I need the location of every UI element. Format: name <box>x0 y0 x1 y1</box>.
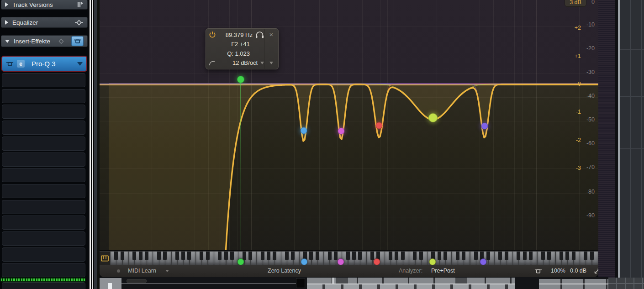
piano-key-black[interactable] <box>560 252 563 260</box>
piano-key-black[interactable] <box>163 252 167 260</box>
piano-key-black[interactable] <box>285 252 289 260</box>
zoom-level[interactable]: 100% <box>551 268 565 274</box>
insert-slot-empty[interactable] <box>2 215 85 230</box>
insert-slot-empty[interactable] <box>2 73 85 87</box>
piano-key-black[interactable] <box>200 252 203 260</box>
eq-node-icon[interactable] <box>74 20 84 26</box>
band-note-value[interactable]: F2 +41 <box>209 41 264 47</box>
piano-key-black[interactable] <box>261 252 264 260</box>
band-frequency-value[interactable]: 89.379 Hz <box>216 32 253 38</box>
insert-slot-empty[interactable] <box>2 263 85 277</box>
resize-icon[interactable] <box>594 268 598 274</box>
piano-key-black[interactable] <box>243 252 246 260</box>
piano-key-black[interactable] <box>456 252 459 260</box>
piano-key-black[interactable] <box>541 252 545 260</box>
piano-key-black[interactable] <box>230 252 234 260</box>
band-key-marker[interactable] <box>429 258 436 265</box>
piano-key-black[interactable] <box>523 252 527 260</box>
eq-band-node[interactable] <box>301 127 307 134</box>
piano-key-black[interactable] <box>352 252 356 260</box>
band-key-marker[interactable] <box>374 258 380 265</box>
eq-band-node[interactable] <box>376 122 383 129</box>
insert-slot-proq3[interactable]: e Pro-Q 3 <box>1 56 87 72</box>
power-icon[interactable] <box>209 31 216 38</box>
piano-key-black[interactable] <box>139 252 143 260</box>
eq-band-node[interactable] <box>338 128 345 135</box>
insert-slot-empty[interactable] <box>2 168 85 182</box>
piano-key-black[interactable] <box>413 252 417 260</box>
band-q-value[interactable]: Q: 1.023 <box>209 50 264 57</box>
display-range-button[interactable]: 3 dB <box>565 0 586 7</box>
band-key-marker[interactable] <box>338 258 344 265</box>
piano-key-black[interactable] <box>590 252 594 260</box>
piano-key-black[interactable] <box>443 252 447 260</box>
piano-key-black[interactable] <box>584 252 587 260</box>
piano-key-black[interactable] <box>572 252 575 260</box>
piano-key-black[interactable] <box>547 252 551 260</box>
insert-slot-empty[interactable] <box>2 282 85 289</box>
analyzer-mode-button[interactable]: Pre+Post <box>431 268 455 274</box>
sidebar-item-insert-effekte[interactable]: Insert-Effekte <box>1 35 88 47</box>
eq-band-node[interactable] <box>237 76 244 83</box>
close-icon[interactable]: × <box>269 32 274 37</box>
headphones-icon[interactable] <box>255 32 264 38</box>
piano-key-black[interactable] <box>498 252 502 260</box>
piano-key-black[interactable] <box>248 252 252 260</box>
output-gain[interactable]: 0.0 dB <box>570 268 586 274</box>
insert-slot-empty[interactable] <box>2 105 85 119</box>
insert-slot-empty[interactable] <box>2 152 85 167</box>
band-key-marker[interactable] <box>301 258 308 265</box>
piano-key-black[interactable] <box>419 252 423 260</box>
piano-key-black[interactable] <box>273 252 276 260</box>
piano-key-black[interactable] <box>462 252 465 260</box>
insert-slot-empty[interactable] <box>2 89 85 103</box>
chevron-down-icon[interactable] <box>77 62 83 66</box>
piano-key-black[interactable] <box>132 252 136 260</box>
keyboard-mode-icon[interactable] <box>100 252 110 265</box>
piano-key-black[interactable] <box>145 252 148 260</box>
sidebar-item-track-versions[interactable]: Track Versions <box>1 0 88 10</box>
piano-key-black[interactable] <box>218 252 222 260</box>
eq-band-node[interactable] <box>428 113 438 122</box>
piano-key-black[interactable] <box>121 252 124 260</box>
piano-key-black[interactable] <box>224 252 228 260</box>
piano-key-black[interactable] <box>316 252 319 260</box>
band-slope-value[interactable]: 12 dB/oct <box>216 59 260 66</box>
sidebar-item-equalizer[interactable]: Equalizer <box>1 17 88 28</box>
insert-slot-empty[interactable] <box>2 121 85 135</box>
piano-key-black[interactable] <box>187 252 191 260</box>
piano-key-black[interactable] <box>474 252 478 260</box>
bypass-icon[interactable] <box>6 61 14 67</box>
piano-key-black[interactable] <box>358 252 362 260</box>
piano-key-black[interactable] <box>505 252 508 260</box>
piano-key-black[interactable] <box>517 252 520 260</box>
insert-slot-empty[interactable] <box>2 137 85 151</box>
insert-slot-empty[interactable] <box>2 184 85 198</box>
piano-key-black[interactable] <box>181 252 185 260</box>
track-versions-icon[interactable] <box>76 1 84 8</box>
piano-key-black[interactable] <box>334 252 338 260</box>
piano-key-black[interactable] <box>267 252 270 260</box>
piano-key-black[interactable] <box>438 252 441 260</box>
insert-slot-empty[interactable] <box>2 200 85 214</box>
insert-slot-empty[interactable] <box>2 247 85 262</box>
band-settings-popup[interactable]: 89.379 Hz F2 +41 Q: 1.023 12 dB/oct × <box>206 28 279 69</box>
piano-key-black[interactable] <box>157 252 161 260</box>
inserts-bypass-button[interactable] <box>71 36 84 46</box>
piano-key-black[interactable] <box>206 252 210 260</box>
piano-key-black[interactable] <box>114 252 118 260</box>
piano-key-black[interactable] <box>328 252 332 260</box>
scrollbar-thumb[interactable] <box>127 279 147 283</box>
piano-key-black[interactable] <box>486 252 490 260</box>
eq-display[interactable]: +2+10-1-2-3 0-10-20-30-40-50-60-70-80-90… <box>100 0 598 250</box>
chevron-down-icon[interactable] <box>260 62 264 64</box>
insert-slot-empty[interactable] <box>2 231 85 246</box>
piano-key-black[interactable] <box>370 252 374 260</box>
band-key-marker[interactable] <box>238 258 244 265</box>
eq-band-node[interactable] <box>481 123 488 130</box>
piano-key-black[interactable] <box>291 252 295 260</box>
chevron-down-icon[interactable] <box>269 62 273 64</box>
piano-key-black[interactable] <box>346 252 350 260</box>
window-splitter[interactable] <box>89 0 100 289</box>
chevron-down-icon[interactable] <box>165 270 169 272</box>
